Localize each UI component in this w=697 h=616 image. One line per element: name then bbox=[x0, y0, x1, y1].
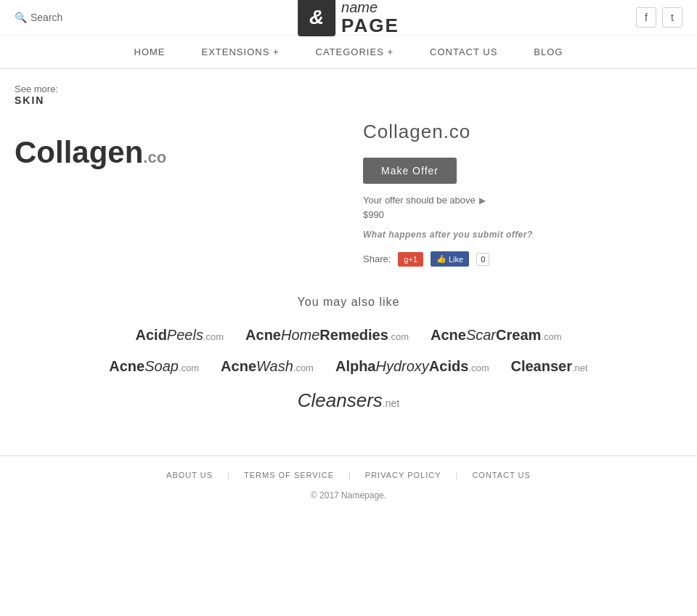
domain-logo-tld: .co bbox=[143, 148, 166, 166]
nav-categories[interactable]: CATEGORIES + bbox=[309, 36, 401, 68]
domain-info: Collagen.co Make Offer Your offer should… bbox=[363, 121, 682, 267]
domain-grid: AcidPeels.com AcneHomeRemedies.com AcneS… bbox=[15, 327, 682, 412]
see-more-value: SKIN bbox=[15, 94, 682, 106]
offer-hint: Your offer should be above ▶ bbox=[363, 195, 682, 206]
nav-extensions[interactable]: EXTENSIONS + bbox=[195, 36, 287, 68]
also-like-section: You may also like AcidPeels.com AcneHome… bbox=[15, 296, 682, 412]
domain-acne-home-remedies[interactable]: AcneHomeRemedies.com bbox=[245, 327, 409, 344]
gplus-label: g+1 bbox=[404, 255, 417, 264]
twitter-icon[interactable]: t bbox=[662, 7, 682, 28]
logo-icon: & bbox=[298, 0, 335, 36]
share-label: Share: bbox=[363, 254, 391, 264]
footer-sep-1: | bbox=[227, 471, 229, 479]
domain-row-3: Cleansers.net bbox=[15, 389, 682, 412]
offer-faq-link[interactable]: What happens after you submit offer? bbox=[363, 230, 533, 240]
domain-title: Collagen.co bbox=[363, 121, 682, 143]
footer-sep-3: | bbox=[456, 471, 458, 479]
nav-blog[interactable]: BLOG bbox=[526, 36, 570, 68]
logo: & name PAGE bbox=[298, 0, 399, 36]
domain-cleanser[interactable]: Cleanser.net bbox=[511, 358, 588, 375]
see-more: See more: SKIN bbox=[15, 84, 682, 106]
domain-logo-area: Collagen.co bbox=[15, 121, 334, 170]
domain-cleansers[interactable]: Cleansers.net bbox=[298, 389, 399, 412]
domain-row-2: AcneSoap.com AcneWash.com AlphaHydroxyAc… bbox=[15, 358, 682, 375]
domain-logo-name: Collagen bbox=[15, 135, 143, 169]
footer-copyright: © 2017 Namepage. bbox=[15, 490, 682, 500]
nav-contact[interactable]: CONTACT US bbox=[423, 36, 505, 68]
search-area[interactable]: 🔍 Search bbox=[15, 12, 62, 23]
domain-acne-soap[interactable]: AcneSoap.com bbox=[109, 358, 199, 375]
also-like-title: You may also like bbox=[15, 296, 682, 309]
footer-terms[interactable]: TERMS OF SERVICE bbox=[244, 471, 334, 479]
gplus-button[interactable]: g+1 bbox=[398, 252, 423, 267]
footer: ABOUT US | TERMS OF SERVICE | PRIVACY PO… bbox=[0, 455, 697, 515]
search-icon: 🔍 bbox=[15, 12, 27, 23]
domain-logo-display: Collagen.co bbox=[15, 135, 334, 170]
logo-name: name bbox=[341, 0, 399, 15]
fb-thumb-icon: 👍 bbox=[436, 254, 447, 264]
domain-alpha-hydroxy-acids[interactable]: AlphaHydroxyAcids.com bbox=[335, 358, 489, 375]
domain-row-1: AcidPeels.com AcneHomeRemedies.com AcneS… bbox=[15, 327, 682, 344]
logo-page: PAGE bbox=[341, 15, 399, 36]
logo-text: name PAGE bbox=[341, 0, 399, 36]
footer-nav: ABOUT US | TERMS OF SERVICE | PRIVACY PO… bbox=[15, 471, 682, 479]
main-nav: HOME EXTENSIONS + CATEGORIES + CONTACT U… bbox=[0, 36, 697, 69]
footer-about[interactable]: ABOUT US bbox=[166, 471, 213, 479]
make-offer-button[interactable]: Make Offer bbox=[363, 158, 457, 184]
facebook-like-button[interactable]: 👍 Like bbox=[431, 251, 469, 267]
domain-acne-wash[interactable]: AcneWash.com bbox=[221, 358, 314, 375]
offer-arrow-icon: ▶ bbox=[479, 195, 486, 206]
search-label: Search bbox=[30, 12, 62, 23]
social-icons: f t bbox=[636, 7, 682, 28]
domain-section: Collagen.co Collagen.co Make Offer Your … bbox=[15, 121, 682, 267]
footer-sep-2: | bbox=[348, 471, 351, 479]
facebook-icon[interactable]: f bbox=[636, 7, 656, 28]
domain-acne-scar-cream[interactable]: AcneScarCream.com bbox=[431, 327, 561, 344]
share-area: Share: g+1 👍 Like 0 bbox=[363, 251, 682, 267]
domain-acid-peels[interactable]: AcidPeels.com bbox=[136, 327, 224, 344]
logo-link[interactable]: & name PAGE bbox=[298, 0, 399, 36]
offer-price: $990 bbox=[363, 209, 682, 220]
footer-privacy[interactable]: PRIVACY POLICY bbox=[365, 471, 441, 479]
fb-count: 0 bbox=[476, 253, 489, 266]
footer-contact[interactable]: CONTACT US bbox=[472, 471, 531, 479]
fb-like-label: Like bbox=[449, 255, 463, 264]
see-more-label: See more: bbox=[15, 84, 682, 94]
nav-home[interactable]: HOME bbox=[127, 36, 173, 68]
main-content: See more: SKIN Collagen.co Collagen.co M… bbox=[0, 69, 697, 455]
